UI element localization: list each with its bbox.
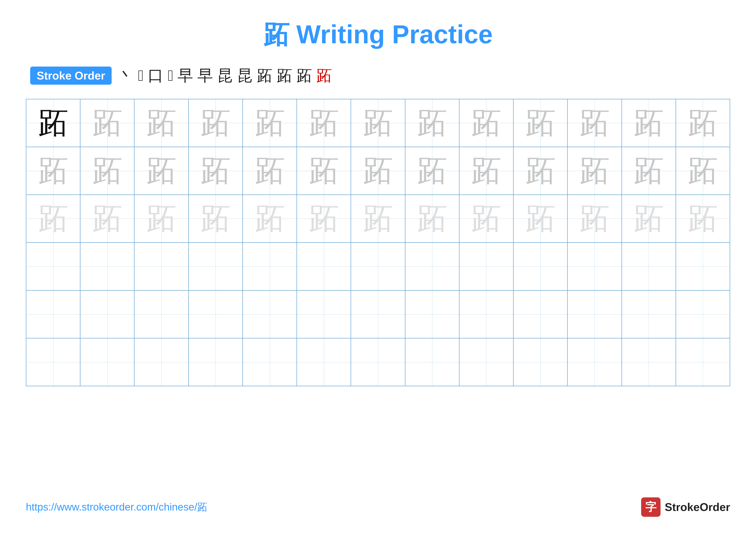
- char-medium: 跖: [688, 103, 718, 143]
- grid-cell-4-9[interactable]: [459, 243, 514, 290]
- char-light: 跖: [634, 198, 664, 239]
- grid-cell-2-13: 跖: [676, 147, 730, 194]
- grid-cell-5-11[interactable]: [568, 291, 622, 338]
- grid-cell-2-12: 跖: [622, 147, 676, 194]
- stroke-8: 昆: [237, 65, 253, 86]
- char-medium: 跖: [146, 150, 176, 191]
- footer: https://www.strokeorder.com/chinese/跖 字 …: [26, 497, 730, 517]
- grid-cell-5-6[interactable]: [297, 291, 351, 338]
- grid-cell-5-5[interactable]: [243, 291, 297, 338]
- grid-cell-4-4[interactable]: [189, 243, 243, 290]
- grid-cell-1-1: 跖: [26, 99, 80, 147]
- grid-row-1: 跖 跖 跖 跖 跖 跖 跖 跖 跖 跖 跖 跖 跖: [26, 99, 730, 147]
- grid-cell-4-7[interactable]: [351, 243, 405, 290]
- grid-cell-4-13[interactable]: [676, 243, 730, 290]
- footer-logo-text: StrokeOrder: [665, 501, 730, 514]
- char-medium: 跖: [255, 150, 285, 191]
- char-medium: 跖: [634, 103, 664, 143]
- grid-cell-6-12[interactable]: [622, 339, 676, 386]
- grid-cell-3-3: 跖: [134, 195, 189, 242]
- stroke-4: 𠃑: [168, 67, 173, 85]
- grid-cell-3-1: 跖: [26, 195, 80, 242]
- grid-cell-1-8: 跖: [405, 99, 459, 147]
- grid-cell-1-9: 跖: [459, 99, 514, 147]
- stroke-5: 早: [177, 65, 193, 86]
- char-medium: 跖: [526, 103, 555, 143]
- grid-cell-6-9[interactable]: [459, 339, 514, 386]
- grid-cell-4-11[interactable]: [568, 243, 622, 290]
- char-medium: 跖: [38, 150, 68, 191]
- grid-cell-2-9: 跖: [459, 147, 514, 194]
- grid-cell-6-13[interactable]: [676, 339, 730, 386]
- grid-cell-4-12[interactable]: [622, 243, 676, 290]
- footer-url[interactable]: https://www.strokeorder.com/chinese/跖: [26, 500, 207, 514]
- grid-row-6: [26, 339, 730, 386]
- grid-cell-2-3: 跖: [134, 147, 189, 194]
- grid-cell-6-4[interactable]: [189, 339, 243, 386]
- char-medium: 跖: [309, 103, 339, 143]
- grid-cell-1-10: 跖: [514, 99, 568, 147]
- grid-cell-5-1[interactable]: [26, 291, 80, 338]
- grid-cell-6-5[interactable]: [243, 339, 297, 386]
- grid-cell-3-2: 跖: [80, 195, 134, 242]
- grid-cell-5-13[interactable]: [676, 291, 730, 338]
- char-light: 跖: [309, 198, 339, 239]
- stroke-order-badge: Stroke Order: [30, 66, 112, 85]
- grid-cell-5-7[interactable]: [351, 291, 405, 338]
- grid-cell-4-6[interactable]: [297, 243, 351, 290]
- grid-cell-3-9: 跖: [459, 195, 514, 242]
- grid-cell-4-5[interactable]: [243, 243, 297, 290]
- practice-grid: 跖 跖 跖 跖 跖 跖 跖 跖 跖 跖 跖 跖 跖 跖 跖 跖 跖 跖 跖 跖 …: [26, 99, 730, 386]
- char-medium: 跖: [201, 150, 230, 191]
- grid-cell-5-8[interactable]: [405, 291, 459, 338]
- grid-cell-4-8[interactable]: [405, 243, 459, 290]
- char-medium: 跖: [688, 150, 718, 191]
- grid-row-5: [26, 291, 730, 339]
- grid-cell-3-7: 跖: [351, 195, 405, 242]
- stroke-11: 跖: [297, 65, 312, 86]
- grid-cell-1-11: 跖: [568, 99, 622, 147]
- grid-cell-3-12: 跖: [622, 195, 676, 242]
- grid-cell-5-9[interactable]: [459, 291, 514, 338]
- stroke-2: 𠃌: [138, 67, 144, 85]
- grid-cell-5-12[interactable]: [622, 291, 676, 338]
- grid-cell-4-1[interactable]: [26, 243, 80, 290]
- grid-cell-3-4: 跖: [189, 195, 243, 242]
- grid-cell-2-1: 跖: [26, 147, 80, 194]
- grid-cell-6-10[interactable]: [514, 339, 568, 386]
- char-medium: 跖: [146, 103, 176, 143]
- grid-cell-3-6: 跖: [297, 195, 351, 242]
- grid-cell-1-3: 跖: [134, 99, 189, 147]
- grid-cell-5-2[interactable]: [80, 291, 134, 338]
- grid-cell-6-2[interactable]: [80, 339, 134, 386]
- grid-cell-2-6: 跖: [297, 147, 351, 194]
- grid-cell-6-3[interactable]: [134, 339, 189, 386]
- grid-cell-4-3[interactable]: [134, 243, 189, 290]
- grid-cell-5-4[interactable]: [189, 291, 243, 338]
- grid-row-3: 跖 跖 跖 跖 跖 跖 跖 跖 跖 跖 跖 跖 跖: [26, 195, 730, 243]
- grid-cell-5-10[interactable]: [514, 291, 568, 338]
- grid-cell-4-10[interactable]: [514, 243, 568, 290]
- grid-cell-2-2: 跖: [80, 147, 134, 194]
- grid-cell-5-3[interactable]: [134, 291, 189, 338]
- grid-cell-6-7[interactable]: [351, 339, 405, 386]
- grid-cell-6-11[interactable]: [568, 339, 622, 386]
- char-medium: 跖: [417, 150, 447, 191]
- grid-cell-4-2[interactable]: [80, 243, 134, 290]
- stroke-3: 口: [148, 65, 163, 86]
- char-light: 跖: [38, 198, 68, 239]
- stroke-6: 早: [198, 65, 213, 86]
- grid-cell-2-5: 跖: [243, 147, 297, 194]
- grid-cell-1-13: 跖: [676, 99, 730, 147]
- grid-cell-6-1[interactable]: [26, 339, 80, 386]
- char-light: 跖: [580, 198, 610, 239]
- grid-cell-2-4: 跖: [189, 147, 243, 194]
- grid-cell-6-6[interactable]: [297, 339, 351, 386]
- grid-row-2: 跖 跖 跖 跖 跖 跖 跖 跖 跖 跖 跖 跖 跖: [26, 147, 730, 195]
- grid-cell-6-8[interactable]: [405, 339, 459, 386]
- char-medium: 跖: [526, 150, 555, 191]
- grid-cell-1-7: 跖: [351, 99, 405, 147]
- char-light: 跖: [146, 198, 176, 239]
- grid-cell-3-10: 跖: [514, 195, 568, 242]
- grid-cell-2-7: 跖: [351, 147, 405, 194]
